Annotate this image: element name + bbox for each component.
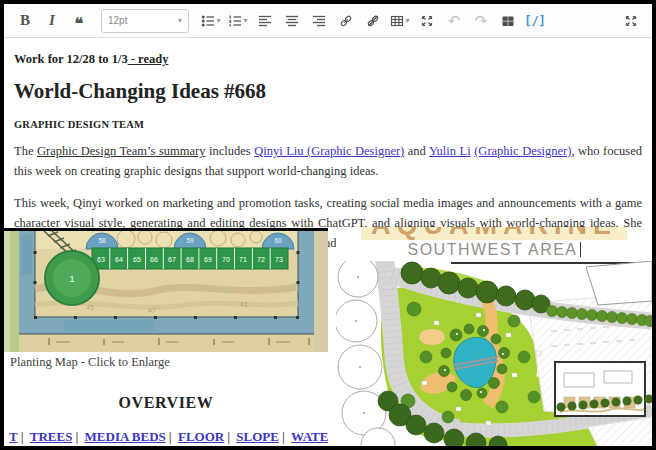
bed-number: 71 (239, 256, 247, 263)
team-heading: GRAPHIC DESIGN TEAM (14, 119, 642, 130)
subtitle-row: SOUTHWEST AREA (336, 241, 652, 259)
work-line-ready: - ready (128, 52, 169, 66)
italic-button[interactable]: I (41, 9, 63, 33)
bed-number: 67 (168, 256, 176, 263)
faint-number: 47 (148, 307, 156, 314)
chevron-down-icon: ▾ (405, 16, 409, 25)
map-big-circle: 1 (45, 251, 99, 305)
editor-toolbar: B I ❝ 12pt ▾ ▾ ▾ (4, 4, 652, 38)
image-grid-button[interactable] (497, 9, 519, 33)
chevron-down-icon: ▾ (178, 16, 182, 25)
nav-separator: | (75, 429, 78, 444)
nav-link-media-beds[interactable]: MEDIA BEDS (85, 429, 166, 444)
link-icon (339, 14, 353, 28)
work-line-text: Work for 12/28 to 1/3 (14, 52, 128, 66)
mound-number: 58 (98, 237, 106, 244)
bold-icon: B (20, 12, 30, 29)
chevron-down-icon: ▾ (216, 16, 220, 25)
nav-separator: | (282, 429, 285, 444)
bed-number: 68 (186, 256, 194, 263)
text-segment: The (14, 144, 37, 158)
mound-number: 59 (186, 237, 194, 244)
align-left-icon (258, 14, 272, 28)
nav-link-trees[interactable]: TREES (30, 429, 73, 444)
text-segment: and (404, 144, 429, 158)
nav-link-t[interactable]: T (9, 429, 18, 444)
align-center-button[interactable] (281, 9, 303, 33)
bed-number: 66 (150, 256, 158, 263)
planting-map-panel: 63 64 65 66 67 68 69 70 71 72 73 58 59 6… (4, 228, 328, 446)
planting-map-image[interactable]: 63 64 65 66 67 68 69 70 71 72 73 58 59 6… (4, 231, 328, 352)
bullet-list-icon (201, 14, 215, 28)
faint-number: 41 (240, 301, 248, 308)
bold-button[interactable]: B (14, 9, 36, 33)
nav-separator: | (21, 429, 24, 444)
image-grid-icon (501, 14, 515, 28)
code-button[interactable]: [/] (524, 9, 546, 33)
map-nav-links: T| TREES| MEDIA BEDS| FLOOR| SLOPE| WATE… (4, 429, 328, 445)
bullet-list-button[interactable]: ▾ (200, 9, 222, 33)
clipped-title: AQUAMARINE (336, 227, 652, 240)
nav-link-floor[interactable]: FLOOR (178, 429, 224, 444)
bed-number: 64 (115, 256, 123, 263)
mound-number: 60 (274, 237, 282, 244)
chevron-down-icon: ▾ (243, 16, 247, 25)
unlink-button[interactable] (362, 9, 384, 33)
qinyi-liu-link[interactable]: Qinyi Liu (Graphic Designer) (254, 144, 404, 158)
bed-number: 70 (222, 256, 230, 263)
big-circle-number: 1 (69, 274, 74, 284)
nav-separator: | (169, 429, 172, 444)
numbered-list-button[interactable]: ▾ (227, 9, 249, 33)
bed-number: 69 (204, 256, 212, 263)
code-icon: [/] (524, 14, 546, 28)
fullscreen-icon (624, 14, 638, 28)
italic-icon: I (49, 12, 55, 29)
map-bed-row: 63 64 65 66 67 68 69 70 71 72 73 (92, 248, 288, 269)
redo-icon: ↷ (475, 12, 488, 30)
align-right-button[interactable] (308, 9, 330, 33)
expand-button[interactable] (416, 9, 438, 33)
redo-button[interactable]: ↷ (470, 9, 492, 33)
southwest-plan-panel: AQUAMARINE SOUTHWEST AREA (336, 227, 652, 446)
align-center-icon (285, 14, 299, 28)
undo-button[interactable]: ↶ (443, 9, 465, 33)
nav-separator: | (227, 429, 230, 444)
align-left-button[interactable] (254, 9, 276, 33)
expand-arrows-icon (420, 14, 434, 28)
nav-link-slope[interactable]: SLOPE (236, 429, 279, 444)
text-cursor (580, 242, 581, 257)
southwest-plan-image (336, 261, 652, 446)
nav-link-water[interactable]: WATER (291, 429, 328, 444)
southwest-area-label: SOUTHWEST AREA (407, 241, 577, 259)
bed-number: 63 (97, 256, 105, 263)
map-caption: Planting Map - Click to Enlarge (4, 352, 328, 370)
screenshot-frame: B I ❝ 12pt ▾ ▾ ▾ (0, 0, 656, 450)
plan-corner-building (586, 261, 652, 305)
bed-number: 73 (275, 256, 283, 263)
yulin-role-link[interactable]: (Graphic Designer) (474, 144, 571, 158)
font-size-value: 12pt (108, 15, 127, 26)
link-button[interactable] (335, 9, 357, 33)
text-segment: includes (205, 144, 254, 158)
numbered-list-icon (228, 14, 242, 28)
align-right-icon (312, 14, 326, 28)
font-size-select[interactable]: 12pt ▾ (101, 9, 189, 33)
unlink-icon (366, 14, 380, 28)
work-status-line: Work for 12/28 to 1/3 - ready (14, 52, 642, 67)
table-button[interactable]: ▾ (389, 9, 411, 33)
page-title: World-Changing Ideas #668 (14, 79, 642, 104)
clipped-title-text: AQUAMARINE (361, 227, 627, 240)
faint-number: 45 (86, 304, 94, 311)
blockquote-icon: ❝ (75, 19, 84, 29)
yulin-li-link[interactable]: Yulin Li (429, 144, 471, 158)
bed-number: 72 (257, 256, 265, 263)
blockquote-button[interactable]: ❝ (68, 9, 90, 33)
undo-icon: ↶ (448, 12, 461, 30)
overview-heading: OVERVIEW (4, 394, 328, 412)
fullscreen-button[interactable] (620, 9, 642, 33)
bed-number: 65 (133, 256, 141, 263)
table-icon (390, 14, 404, 28)
team-summary-link[interactable]: Graphic Design Team’s summary (37, 144, 205, 158)
summary-paragraph: The Graphic Design Team’s summary includ… (14, 141, 642, 182)
